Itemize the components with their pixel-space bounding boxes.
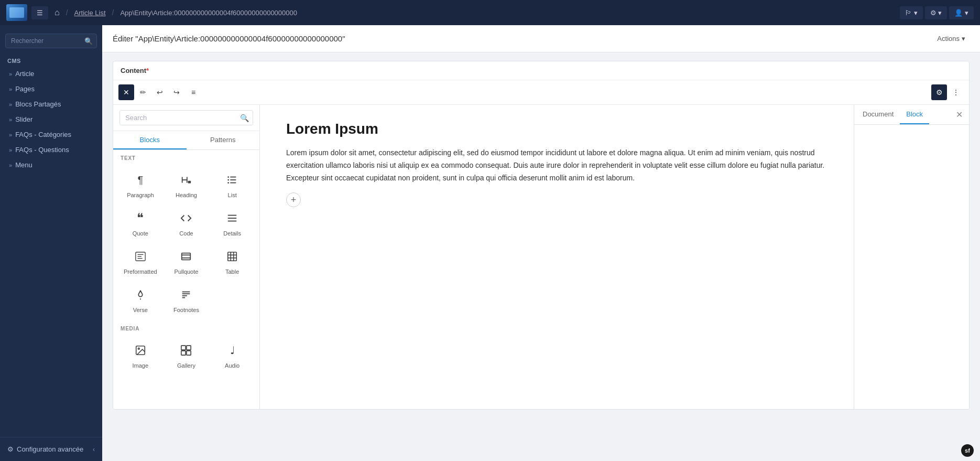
toolbar-right: ⚙ ⋮ <box>931 84 964 100</box>
canvas-paragraph: Lorem ipsum dolor sit amet, consectetur … <box>286 147 827 184</box>
block-quote[interactable]: ❝ Quote <box>117 203 164 242</box>
config-icon: ⚙ <box>7 445 14 453</box>
editor-toolbar: ✕ ✏ ↩ ↪ ≡ ⚙ ⋮ <box>113 80 969 105</box>
blocks-tabs: Blocks Patterns <box>113 131 259 150</box>
tab-blocks[interactable]: Blocks <box>113 131 187 149</box>
more-options-button[interactable]: ⋮ <box>948 84 964 100</box>
quote-icon: ❝ <box>131 209 150 228</box>
block-pullquote[interactable]: Pullquote <box>164 242 210 280</box>
verse-label: Verse <box>133 307 148 313</box>
actions-label: Actions <box>937 35 960 42</box>
pullquote-icon <box>177 247 195 266</box>
arrow-icon: » <box>9 116 12 123</box>
editor-body: 🔍 Blocks Patterns TEXT ¶ Paragraph <box>113 105 969 409</box>
text-blocks-grid: ¶ Paragraph Heading <box>113 163 259 320</box>
block-details[interactable]: Details <box>209 203 255 242</box>
block-footnotes[interactable]: Footnotes <box>164 280 210 318</box>
actions-button[interactable]: Actions ▾ <box>933 33 970 45</box>
breadcrumb-sep-1: / <box>66 8 68 17</box>
list-view-button[interactable]: ≡ <box>186 84 201 100</box>
audio-label: Audio <box>225 362 239 369</box>
sidebar-search-container: 🔍 <box>5 34 97 48</box>
breadcrumb-entity: App\Entity\Article:000000000000004f60000… <box>120 9 297 17</box>
tab-document[interactable]: Document <box>856 105 900 124</box>
svg-rect-35 <box>187 351 191 355</box>
block-code[interactable]: Code <box>164 203 210 242</box>
right-panel: Document Block ✕ <box>854 105 969 409</box>
image-icon <box>131 341 150 360</box>
list-icon <box>223 170 242 189</box>
block-audio[interactable]: ♩ Audio <box>209 336 255 374</box>
content-area: Éditer "App\Entity\Article:0000000000000… <box>102 25 980 461</box>
gear-settings-button[interactable]: ⚙ <box>931 84 947 100</box>
sidebar-item-faqs-categories[interactable]: » FAQs - Catégories <box>0 127 102 142</box>
sidebar-item-blocs-partages[interactable]: » Blocs Partagés <box>0 97 102 112</box>
breadcrumb-article-list[interactable]: Article List <box>74 9 106 17</box>
media-blocks-grid: Image Gallery ♩ Audio <box>113 334 259 376</box>
add-block-button[interactable]: + <box>286 192 301 207</box>
sidebar-config-item[interactable]: ⚙ Configuraton avancée ‹ <box>0 442 102 457</box>
symfony-logo: sf <box>961 444 974 457</box>
block-preformatted[interactable]: Preformatted <box>117 242 164 280</box>
block-list[interactable]: List <box>209 165 255 203</box>
block-verse[interactable]: Verse <box>117 280 164 318</box>
verse-icon <box>131 285 150 304</box>
image-label: Image <box>133 362 149 369</box>
sidebar-item-label: FAQs - Questions <box>15 146 69 154</box>
editor-card: Content* ✕ ✏ ↩ ↪ ≡ ⚙ ⋮ <box>113 61 970 410</box>
navbar-actions: 🏳 ▾ ⚙ ▾ 👤 ▾ <box>900 6 974 19</box>
redo-button[interactable]: ↪ <box>169 84 184 100</box>
svg-rect-20 <box>228 252 237 261</box>
content-label: Content <box>121 67 146 74</box>
blocks-search-input[interactable] <box>119 110 253 125</box>
gallery-icon <box>177 341 195 360</box>
sidebar-item-label: Article <box>15 70 34 78</box>
right-panel-close-button[interactable]: ✕ <box>952 108 967 122</box>
undo-button[interactable]: ↩ <box>152 84 168 100</box>
page-header: Éditer "App\Entity\Article:0000000000000… <box>102 25 980 52</box>
editor-wrapper: Content* ✕ ✏ ↩ ↪ ≡ ⚙ ⋮ <box>102 52 980 461</box>
sidebar-item-menu[interactable]: » Menu <box>0 157 102 173</box>
svg-rect-17 <box>182 253 191 260</box>
details-icon <box>223 209 242 228</box>
block-paragraph[interactable]: ¶ Paragraph <box>117 165 164 203</box>
home-icon[interactable]: ⌂ <box>55 8 60 17</box>
editor-canvas[interactable]: Lorem Ipsum Lorem ipsum dolor sit amet, … <box>260 105 854 409</box>
block-table[interactable]: Table <box>209 242 255 280</box>
paragraph-label: Paragraph <box>127 192 154 198</box>
svg-point-31 <box>138 348 139 349</box>
pullquote-label: Pullquote <box>175 269 199 275</box>
block-gallery[interactable]: Gallery <box>164 336 210 374</box>
arrow-icon: » <box>9 162 12 168</box>
flags-button[interactable]: 🏳 ▾ <box>900 6 923 19</box>
svg-rect-32 <box>181 346 186 350</box>
block-image[interactable]: Image <box>117 336 164 374</box>
user-button[interactable]: 👤 ▾ <box>949 6 974 19</box>
sidebar-bottom: ⚙ Configuraton avancée ‹ <box>0 437 102 461</box>
code-label: Code <box>179 230 193 237</box>
paragraph-icon: ¶ <box>131 170 150 189</box>
page-title: Éditer "App\Entity\Article:0000000000000… <box>113 34 345 43</box>
block-heading[interactable]: Heading <box>164 165 210 203</box>
required-marker: * <box>146 67 149 74</box>
details-label: Details <box>223 230 241 237</box>
search-input[interactable] <box>5 34 97 48</box>
sidebar: 🔍 CMS » Article » Pages » Blocs Partagés… <box>0 25 102 461</box>
pencil-button[interactable]: ✏ <box>135 84 151 100</box>
tab-block[interactable]: Block <box>900 105 929 124</box>
close-toolbar-button[interactable]: ✕ <box>118 84 134 100</box>
sidebar-item-pages[interactable]: » Pages <box>0 81 102 97</box>
collapse-button[interactable]: ‹ <box>93 446 95 453</box>
audio-icon: ♩ <box>223 341 242 360</box>
settings-button[interactable]: ⚙ ▾ <box>925 6 948 19</box>
sidebar-item-article[interactable]: » Article <box>0 66 102 81</box>
app-logo <box>6 4 27 21</box>
arrow-icon: » <box>9 86 12 92</box>
config-label: Configuraton avancée <box>17 445 83 453</box>
tab-patterns[interactable]: Patterns <box>187 131 260 149</box>
sidebar-item-slider[interactable]: » Slider <box>0 112 102 127</box>
hamburger-button[interactable]: ☰ <box>31 6 48 19</box>
logo-graphic <box>9 7 24 18</box>
sidebar-item-faqs-questions[interactable]: » FAQs - Questions <box>0 142 102 157</box>
media-section-label: MEDIA <box>113 320 259 334</box>
